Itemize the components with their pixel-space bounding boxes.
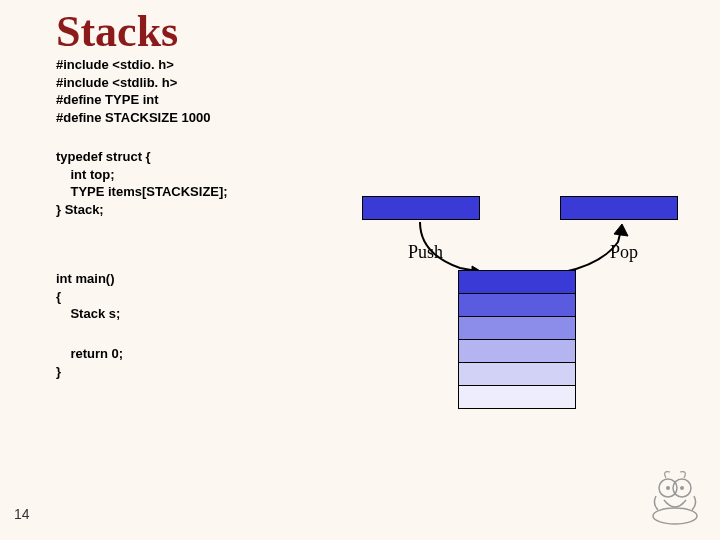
code-includes: #include <stdio. h> #include <stdlib. h>… [56, 56, 720, 126]
slide-title: Stacks [56, 10, 720, 54]
svg-point-6 [680, 486, 684, 490]
stack-cell [458, 293, 576, 317]
svg-point-2 [653, 508, 697, 524]
stack-cell [458, 385, 576, 409]
stack-cell [458, 362, 576, 386]
stack-cell [458, 339, 576, 363]
stack-diagram: Push Pop [350, 190, 690, 410]
slide: Stacks #include <stdio. h> #include <std… [0, 0, 720, 540]
slide-number: 14 [14, 506, 30, 522]
stack-cell [458, 316, 576, 340]
svg-point-5 [666, 486, 670, 490]
stack-pile [458, 270, 576, 408]
svg-marker-1 [614, 224, 628, 236]
stack-cell [458, 270, 576, 294]
mascot-logo-icon [648, 466, 702, 526]
